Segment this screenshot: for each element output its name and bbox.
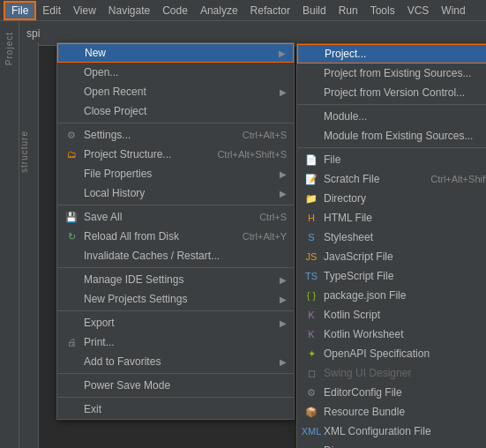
submenu-item-scratch-file[interactable]: 📝 Scratch File Ctrl+Alt+Shift+Insert <box>297 169 486 189</box>
submenu-item-xml-config[interactable]: XML XML Configuration File <box>297 422 486 441</box>
ts-icon: TS <box>304 269 318 283</box>
menu-item-new-projects[interactable]: New Projects Settings ▶ <box>57 289 294 309</box>
module-label: Module... <box>324 110 486 123</box>
menu-item-add-favorites[interactable]: Add to Favorites ▶ <box>57 352 294 371</box>
submenu-item-project-vcs[interactable]: Project from Version Control... <box>297 83 486 102</box>
settings-label: Settings... <box>84 129 225 141</box>
menu-vcs[interactable]: VCS <box>401 3 436 19</box>
divider-6 <box>57 397 294 398</box>
submenu-item-directory[interactable]: 📁 Directory <box>297 189 486 208</box>
menu-run[interactable]: Run <box>333 3 364 19</box>
menu-edit[interactable]: Edit <box>36 3 67 19</box>
directory-icon: 📁 <box>304 191 318 205</box>
submenu-item-css[interactable]: S Stylesheet <box>297 228 486 247</box>
project-structure-icon: 🗂 <box>64 147 79 161</box>
reload-icon: ↻ <box>64 229 79 243</box>
menu-build[interactable]: Build <box>296 3 333 19</box>
reload-label: Reload All from Disk <box>84 230 225 243</box>
app-title: spi <box>26 27 40 40</box>
app-area: Project spi 26 27 28 29 structure New ▶ <box>0 21 486 448</box>
submenu-item-project[interactable]: Project... <box>297 44 486 63</box>
submenu-item-diagram[interactable]: ◈ Diagram ▶ <box>297 441 486 448</box>
project-structure-label: Project Structure... <box>84 148 199 161</box>
divider-1 <box>57 123 294 123</box>
xml-icon: XML <box>304 424 318 438</box>
menu-refactor[interactable]: Refactor <box>244 3 296 19</box>
menu-item-local-history[interactable]: Local History ▶ <box>57 183 294 203</box>
menu-item-reload[interactable]: ↻ Reload All from Disk Ctrl+Alt+Y <box>57 227 294 246</box>
menu-item-power-save[interactable]: Power Save Mode <box>57 376 294 395</box>
menu-item-close-project[interactable]: Close Project <box>57 101 294 121</box>
manage-ide-arrow: ▶ <box>280 275 287 285</box>
new-projects-label: New Projects Settings <box>84 293 276 305</box>
sub-divider-1 <box>297 104 486 105</box>
submenu-item-kotlin-worksheet[interactable]: K Kotlin Worksheet <box>297 325 486 344</box>
main-content: spi 26 27 28 29 structure New ▶ Open... <box>19 21 486 448</box>
submenu-item-html[interactable]: H HTML File <box>297 208 486 228</box>
submenu-item-ts[interactable]: TS TypeScript File <box>297 266 486 286</box>
js-icon: JS <box>304 250 318 264</box>
submenu-item-module-existing[interactable]: Module from Existing Sources... <box>297 126 486 146</box>
css-icon: S <box>304 230 318 244</box>
bundle-icon: 📦 <box>304 405 318 419</box>
menu-item-invalidate[interactable]: Invalidate Caches / Restart... <box>57 246 294 265</box>
kotlin2-icon: K <box>304 327 318 341</box>
open-label: Open... <box>84 66 287 78</box>
local-history-arrow: ▶ <box>280 189 287 198</box>
directory-label: Directory <box>324 192 486 205</box>
submenu-item-resource-bundle[interactable]: 📦 Resource Bundle <box>297 402 486 422</box>
menu-item-open[interactable]: Open... <box>57 63 294 82</box>
open-recent-arrow: ▶ <box>280 87 287 97</box>
submenu-item-kotlin-script[interactable]: K Kotlin Script <box>297 305 486 325</box>
bottom-sidebar-panel: structure <box>19 42 39 448</box>
menu-item-print[interactable]: 🖨 Print... <box>57 332 294 352</box>
menu-tools[interactable]: Tools <box>364 3 401 19</box>
submenu-item-openapi[interactable]: ✦ OpenAPI Specification <box>297 344 486 363</box>
power-save-label: Power Save Mode <box>84 379 287 392</box>
left-sidebar: Project <box>0 21 19 448</box>
menu-analyze[interactable]: Analyze <box>194 3 244 19</box>
sub-divider-2 <box>297 147 486 148</box>
menu-item-exit[interactable]: Exit <box>57 399 294 419</box>
menu-item-open-recent[interactable]: Open Recent ▶ <box>57 82 294 101</box>
project-label: Project... <box>325 48 486 60</box>
structure-label: structure <box>19 131 33 173</box>
scratch-shortcut: Ctrl+Alt+Shift+Insert <box>430 174 486 184</box>
editorconfig-icon: ⚙ <box>304 385 318 399</box>
menu-item-file-properties[interactable]: File Properties ▶ <box>57 164 294 183</box>
submenu-item-swing[interactable]: ◻ Swing UI Designer <box>297 363 486 383</box>
scratch-file-label: Scratch File <box>324 173 413 185</box>
submenu-item-editorconfig[interactable]: ⚙ EditorConfig File <box>297 383 486 402</box>
menu-item-project-structure[interactable]: 🗂 Project Structure... Ctrl+Alt+Shift+S <box>57 145 294 164</box>
menu-item-new[interactable]: New ▶ <box>57 43 294 63</box>
save-all-icon: 💾 <box>64 210 79 224</box>
menu-view[interactable]: View <box>67 3 102 19</box>
menu-window[interactable]: Wind <box>435 3 471 19</box>
xml-config-label: XML Configuration File <box>324 425 486 437</box>
submenu-item-project-existing[interactable]: Project from Existing Sources... <box>297 63 486 83</box>
print-label: Print... <box>84 336 287 348</box>
js-label: JavaScript File <box>324 250 486 263</box>
exit-label: Exit <box>84 403 287 415</box>
menu-item-export[interactable]: Export ▶ <box>57 313 294 332</box>
menu-item-manage-ide[interactable]: Manage IDE Settings ▶ <box>57 270 294 289</box>
menu-item-save-all[interactable]: 💾 Save All Ctrl+S <box>57 207 294 227</box>
kotlin-script-label: Kotlin Script <box>324 309 486 321</box>
open-recent-label: Open Recent <box>84 86 276 98</box>
save-all-shortcut: Ctrl+S <box>259 212 287 222</box>
menu-file[interactable]: File <box>4 1 36 20</box>
menu-item-settings[interactable]: ⚙ Settings... Ctrl+Alt+S <box>57 125 294 145</box>
ts-label: TypeScript File <box>324 270 486 282</box>
swing-icon: ◻ <box>304 366 318 380</box>
editorconfig-label: EditorConfig File <box>324 386 486 399</box>
submenu-item-file[interactable]: 📄 File <box>297 150 486 169</box>
menu-code[interactable]: Code <box>156 3 194 19</box>
submenu-item-module[interactable]: Module... <box>297 107 486 126</box>
menu-navigate[interactable]: Navigate <box>102 3 156 19</box>
swing-label: Swing UI Designer <box>324 367 486 379</box>
submenu-item-js[interactable]: JS JavaScript File <box>297 247 486 266</box>
openapi-icon: ✦ <box>304 347 318 361</box>
export-arrow: ▶ <box>280 318 287 328</box>
project-existing-label: Project from Existing Sources... <box>324 67 486 79</box>
submenu-item-package-json[interactable]: { } package.json File <box>297 286 486 305</box>
